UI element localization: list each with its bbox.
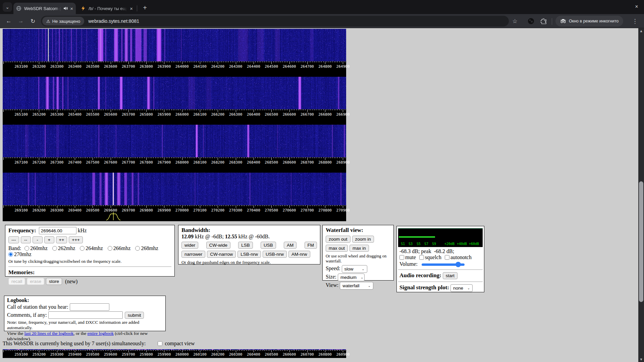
scrollbar-thumb[interactable] xyxy=(639,181,643,302)
mute-checkbox[interactable] xyxy=(399,255,404,260)
band-radio-268mhz[interactable]: 268mhz xyxy=(135,245,158,251)
scroll-down-arrow-icon[interactable]: ▼ xyxy=(638,357,644,362)
squelch-checkbox[interactable] xyxy=(419,255,424,260)
scroll-up-arrow-icon[interactable]: ▲ xyxy=(638,28,644,34)
tab-search-chevron-icon[interactable]: ⌄ xyxy=(3,2,12,12)
comments-input[interactable] xyxy=(48,311,123,319)
memory-button[interactable]: recall xyxy=(8,278,25,285)
frequency-scale-268mhz[interactable]: 2671002672002673002674002675002676002677… xyxy=(3,157,346,165)
bandwidth-mode-button[interactable]: AM-nrw xyxy=(288,251,310,258)
entire-logbook-link[interactable]: entire logbook xyxy=(88,331,114,336)
bandwidth-mode-button[interactable]: AM xyxy=(284,242,297,249)
extension-icon[interactable] xyxy=(527,17,535,25)
compact-view-toggle[interactable]: compact view xyxy=(158,341,195,346)
autonotch-toggle[interactable]: autonotch xyxy=(445,254,472,260)
memory-button[interactable]: erase xyxy=(27,278,44,285)
band-radio-input[interactable] xyxy=(108,246,112,251)
frequency-step-button[interactable]: + xyxy=(44,236,54,243)
submit-button[interactable]: submit xyxy=(125,312,144,319)
view-label: View: xyxy=(326,282,338,288)
tab-audio-icon[interactable] xyxy=(63,6,68,11)
bookmark-star-icon[interactable]: ☆ xyxy=(511,17,519,25)
band-radio-input[interactable] xyxy=(8,252,13,257)
tab-close-icon[interactable]: × xyxy=(70,6,73,11)
frequency-scale-264mhz[interactable]: 2631002632002633002634002635002636002637… xyxy=(3,61,346,69)
recording-start-button[interactable]: start xyxy=(443,272,458,279)
address-bar[interactable]: ⚠ Не защищено webradio.sytes.net:8081 xyxy=(41,16,509,26)
frequency-scale-266mhz[interactable]: 2651002652002653002654002655002656002657… xyxy=(3,109,346,117)
reload-button[interactable]: ↻ xyxy=(28,16,38,26)
frequency-step-button[interactable]: ++ xyxy=(56,236,67,243)
waterfall-band-268mhz[interactable] xyxy=(3,125,346,157)
incognito-chip[interactable]: Окно в режиме инкогнито xyxy=(555,16,623,26)
bandwidth-mode-button[interactable]: USB xyxy=(261,242,276,249)
band-radio-266mhz[interactable]: 266mhz xyxy=(108,245,131,251)
bandwidth-mode-button[interactable]: narrower xyxy=(181,251,205,258)
waterfall-band-270mhz[interactable] xyxy=(3,173,346,205)
extensions-puzzle-icon[interactable] xyxy=(539,17,548,25)
waterfall-zoom-button[interactable]: zoom in xyxy=(352,236,374,243)
memory-button[interactable]: store xyxy=(46,278,62,285)
last-20-lines-link[interactable]: last 20 lines of the logbook xyxy=(24,331,74,336)
bandwidth-mode-button[interactable]: wider xyxy=(181,242,198,249)
squelch-toggle[interactable]: squelch xyxy=(419,254,441,260)
autonotch-checkbox[interactable] xyxy=(445,255,449,260)
volume-slider[interactable] xyxy=(422,262,465,267)
frequency-scale-label: 260200 xyxy=(211,352,224,357)
size-select[interactable]: medium⌄ xyxy=(338,274,365,281)
band-radio-264mhz[interactable]: 264mhz xyxy=(80,245,103,251)
frequency-scale-label: 263100 xyxy=(14,64,28,69)
bandwidth-mode-button[interactable]: USB-nrw xyxy=(263,251,287,258)
waterfall-zoom-button[interactable]: zoom out xyxy=(326,236,351,243)
new-tab-button[interactable]: + xyxy=(140,3,150,12)
passband-marker[interactable] xyxy=(106,212,121,221)
frequency-step-button[interactable]: - xyxy=(33,236,43,243)
band-radio-260mhz[interactable]: 260mhz xyxy=(24,245,48,251)
band-radio-262mhz[interactable]: 262mhz xyxy=(52,245,75,251)
signal-plot-select[interactable]: none⌄ xyxy=(450,284,473,292)
menu-dots-icon[interactable]: ⋮ xyxy=(631,17,639,25)
frequency-scale-270mhz[interactable]: 2691002692002693002694002695002696002697… xyxy=(3,205,346,213)
mute-toggle[interactable]: mute xyxy=(399,254,416,260)
band-radio-input[interactable] xyxy=(24,246,29,251)
frequency-scale-label: 264100 xyxy=(193,64,207,69)
waterfall-max-button[interactable]: max out xyxy=(326,245,348,252)
view-select[interactable]: waterfall⌄ xyxy=(340,282,373,290)
security-chip[interactable]: ⚠ Не защищено xyxy=(42,17,84,25)
bandwidth-mode-button[interactable]: CW-wide xyxy=(206,242,231,249)
bandwidth-mode-button[interactable]: LSB xyxy=(238,242,253,249)
waterfall-band-266mhz[interactable] xyxy=(3,77,346,109)
speed-select[interactable]: slow⌄ xyxy=(342,265,367,273)
frequency-scale-label: 265600 xyxy=(104,112,117,117)
frequency-scale-label: 268700 xyxy=(301,160,314,165)
frequency-scale-label: 270400 xyxy=(247,208,260,213)
frequency-input[interactable] xyxy=(39,227,76,234)
url-text[interactable]: webradio.sytes.net:8081 xyxy=(88,18,139,24)
frequency-step-button[interactable]: -- xyxy=(21,236,31,243)
bandwidth-mode-button[interactable]: FM xyxy=(305,242,317,249)
bandwidth-mode-button[interactable]: LSB-nrw xyxy=(237,251,261,258)
band-radio-input[interactable] xyxy=(135,246,140,251)
tab-close-icon[interactable]: × xyxy=(130,6,133,11)
frequency-scale-260mhz[interactable]: 2591002592002593002594002595002596002597… xyxy=(3,349,346,358)
back-button[interactable]: ← xyxy=(4,16,13,26)
compact-view-checkbox[interactable] xyxy=(158,341,162,346)
frequency-step-button[interactable]: +++ xyxy=(69,236,83,243)
size-value: medium xyxy=(340,275,357,280)
tab-4chan[interactable]: /b/ - Почему ты ещё не × xyxy=(78,3,136,14)
s-meter-scale-label: S1 xyxy=(401,242,405,246)
tuning-hint: Or tune by clicking/dragging/scrollwheel… xyxy=(8,259,171,264)
frequency-step-button[interactable]: --- xyxy=(8,236,19,243)
scale-ticks xyxy=(3,61,346,64)
waterfall-max-button[interactable]: max in xyxy=(350,245,369,252)
page-scrollbar[interactable]: ▲ ▼ xyxy=(638,28,644,362)
band-radio-input[interactable] xyxy=(52,246,57,251)
bandwidth-mode-button[interactable]: CW-narrow xyxy=(207,251,236,258)
window-close-button[interactable]: × xyxy=(632,2,641,11)
tab-websdr[interactable]: WebSDR Satcom (NA × xyxy=(13,3,76,14)
call-input[interactable] xyxy=(70,303,109,311)
waterfall-band-264mhz[interactable] xyxy=(3,29,346,61)
band-radio-270mhz[interactable]: 270mhz xyxy=(8,251,32,257)
forward-button[interactable]: → xyxy=(16,16,25,26)
band-radio-input[interactable] xyxy=(80,246,85,251)
